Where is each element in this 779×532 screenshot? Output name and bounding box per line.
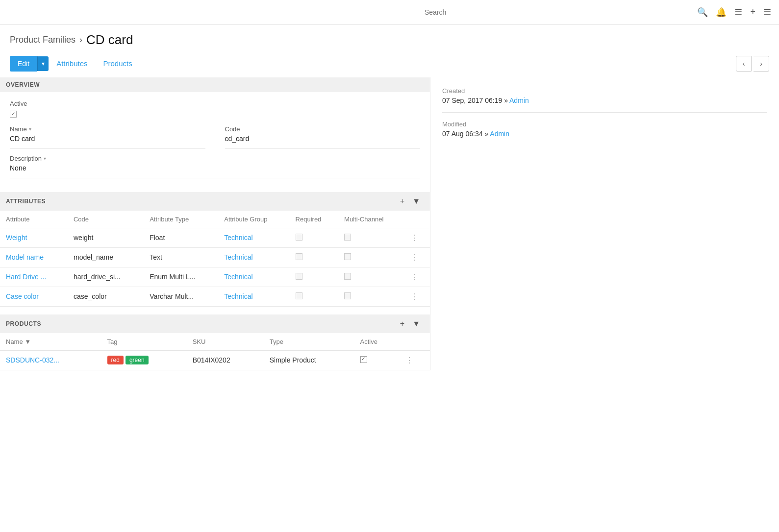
- attr-type: Varchar Mult...: [144, 287, 218, 306]
- created-by-sep: »: [504, 97, 509, 104]
- prod-col-sku: SKU: [187, 333, 264, 351]
- col-actions-attr: [404, 211, 430, 228]
- attr-row-actions[interactable]: ⋮: [404, 287, 430, 306]
- attr-required: [290, 267, 338, 287]
- attr-type: Text: [144, 247, 218, 267]
- name-field: Name ▾ CD card: [10, 125, 205, 155]
- breadcrumb-separator: ›: [79, 35, 82, 45]
- next-button[interactable]: ›: [754, 56, 769, 72]
- search-input[interactable]: [425, 8, 689, 16]
- active-field: Active ✓: [10, 100, 420, 118]
- sidebar: Created 07 Sep, 2017 06:19 » Admin Modif…: [430, 77, 779, 370]
- action-bar-left: Edit ▾ Attributes Products: [10, 55, 140, 72]
- products-title: PRODUCTS: [6, 320, 41, 327]
- attributes-dropdown-button[interactable]: ▼: [408, 196, 424, 207]
- tab-products[interactable]: Products: [96, 55, 140, 72]
- attr-name-link[interactable]: Case color: [6, 292, 39, 300]
- attr-multi-channel: [338, 247, 404, 267]
- name-code-row: Name ▾ CD card Code cd_card: [10, 125, 420, 155]
- created-by-link[interactable]: Admin: [509, 97, 529, 104]
- col-required: Required: [290, 211, 338, 228]
- description-arrow: ▾: [44, 156, 46, 161]
- description-value: None: [10, 164, 420, 178]
- attributes-add-button[interactable]: +: [396, 196, 408, 207]
- main-content: OVERVIEW Active ✓ Name ▾ CD card Code cd…: [0, 77, 430, 370]
- search-wrapper: [425, 8, 689, 16]
- edit-button[interactable]: Edit: [10, 56, 37, 72]
- product-row-actions[interactable]: ⋮: [400, 350, 430, 370]
- sidebar-divider: [442, 112, 767, 113]
- attributes-title: ATTRIBUTES: [6, 198, 46, 205]
- product-tag: red: [107, 356, 124, 364]
- attributes-table-wrapper: Attribute Code Attribute Type Attribute …: [0, 211, 430, 307]
- add-icon[interactable]: +: [750, 7, 755, 17]
- attr-code: case_color: [68, 287, 144, 306]
- bell-icon[interactable]: 🔔: [716, 7, 727, 18]
- description-label: Description ▾: [10, 155, 420, 162]
- tab-attributes[interactable]: Attributes: [49, 55, 95, 72]
- attr-group-link[interactable]: Technical: [224, 234, 252, 242]
- topbar-right: 🔍 🔔 ☰ + ☰: [417, 7, 779, 18]
- products-section-header: PRODUCTS + ▼: [0, 314, 430, 333]
- attr-group-link[interactable]: Technical: [224, 273, 252, 281]
- action-bar: Edit ▾ Attributes Products ‹ ›: [0, 51, 779, 77]
- list-icon[interactable]: ☰: [734, 7, 742, 18]
- product-active: [354, 350, 400, 370]
- attr-required: [290, 247, 338, 267]
- product-type: Simple Product: [264, 350, 354, 370]
- prod-col-tag: Tag: [101, 333, 187, 351]
- attributes-actions: + ▼: [396, 196, 424, 207]
- table-row: Hard Drive ... hard_drive_si... Enum Mul…: [0, 267, 430, 287]
- attr-group-link[interactable]: Technical: [224, 253, 252, 261]
- attr-name-link[interactable]: Model name: [6, 253, 44, 261]
- topbar: 🔍 🔔 ☰ + ☰: [0, 0, 779, 24]
- action-bar-right: ‹ ›: [736, 56, 769, 72]
- attr-multi-channel: [338, 287, 404, 306]
- edit-dropdown-button[interactable]: ▾: [37, 56, 49, 71]
- product-name-link[interactable]: SDSDUNC-032...: [6, 356, 59, 364]
- modified-by-sep: »: [484, 130, 490, 138]
- col-attribute: Attribute: [0, 211, 68, 228]
- created-value: 07 Sep, 2017 06:19 » Admin: [442, 97, 767, 104]
- attr-group-link[interactable]: Technical: [224, 292, 252, 300]
- breadcrumb-parent[interactable]: Product Families: [10, 35, 75, 45]
- attr-required: [290, 228, 338, 247]
- name-arrow: ▾: [29, 126, 31, 132]
- col-attribute-group: Attribute Group: [218, 211, 289, 228]
- breadcrumb-current: CD card: [86, 32, 133, 48]
- product-tags: redgreen: [101, 350, 187, 370]
- attributes-table: Attribute Code Attribute Type Attribute …: [0, 211, 430, 307]
- modified-label: Modified: [442, 121, 767, 128]
- products-add-button[interactable]: +: [396, 318, 408, 329]
- overview-section-header: OVERVIEW: [0, 77, 430, 92]
- attr-row-actions[interactable]: ⋮: [404, 228, 430, 247]
- products-table-wrapper: Name ▼ Tag SKU Type Active SDSDUNC-032..…: [0, 333, 430, 370]
- modified-value: 07 Aug 06:34 » Admin: [442, 130, 767, 138]
- menu-icon[interactable]: ☰: [763, 7, 771, 18]
- products-table: Name ▼ Tag SKU Type Active SDSDUNC-032..…: [0, 333, 430, 370]
- product-active-checkbox: [360, 356, 367, 363]
- attr-row-actions[interactable]: ⋮: [404, 247, 430, 267]
- table-row: Weight weight Float Technical ⋮: [0, 228, 430, 247]
- attr-name-link[interactable]: Weight: [6, 234, 27, 242]
- code-label: Code: [225, 125, 421, 133]
- attributes-table-head: Attribute Code Attribute Type Attribute …: [0, 211, 430, 228]
- products-dropdown-button[interactable]: ▼: [408, 318, 424, 329]
- overview-body: Active ✓ Name ▾ CD card Code cd_card: [0, 92, 430, 192]
- attr-name-link[interactable]: Hard Drive ...: [6, 273, 46, 281]
- attr-multi-channel: [338, 267, 404, 287]
- search-icon[interactable]: 🔍: [697, 7, 708, 18]
- modified-by-link[interactable]: Admin: [490, 130, 509, 138]
- attr-type: Enum Multi L...: [144, 267, 218, 287]
- attr-code: model_name: [68, 247, 144, 267]
- active-checkbox[interactable]: ✓: [10, 111, 17, 118]
- table-row: Case color case_color Varchar Mult... Te…: [0, 287, 430, 306]
- breadcrumb: Product Families › CD card: [0, 24, 779, 51]
- products-table-head: Name ▼ Tag SKU Type Active: [0, 333, 430, 351]
- prev-button[interactable]: ‹: [736, 56, 752, 72]
- name-label: Name ▾: [10, 125, 205, 133]
- prod-col-active: Active: [354, 333, 400, 351]
- products-actions: + ▼: [396, 318, 424, 329]
- prod-col-name: Name ▼: [0, 333, 101, 351]
- attr-row-actions[interactable]: ⋮: [404, 267, 430, 287]
